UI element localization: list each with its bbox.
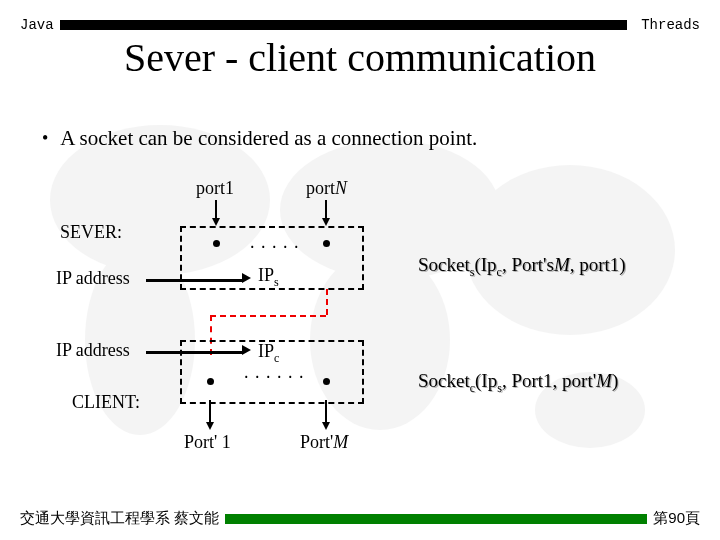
label-ips: IPs [258, 265, 279, 290]
bullet-line: •A socket can be considered as a connect… [42, 126, 477, 151]
red-dash-vert-top [326, 289, 328, 315]
label-ip-address-top: IP address [56, 268, 130, 289]
header-left: Java [20, 17, 54, 33]
label-sever: SEVER: [60, 222, 122, 243]
server-dots: . . . . . [250, 232, 300, 253]
label-portN: portN [306, 178, 347, 199]
label-socket-s: Sockets(Ipc, Port'sM, port1) [418, 254, 626, 280]
svg-point-4 [465, 165, 675, 335]
label-socket-c: Socketc(Ips, Port1, port'M) [418, 370, 618, 396]
slide-title: Sever - client communication [0, 34, 720, 81]
label-portp1: Port' 1 [184, 432, 231, 453]
red-dash-horiz [210, 315, 326, 317]
footer-divider [225, 514, 647, 524]
footer-left: 交通大學資訊工程學系 蔡文能 [20, 509, 219, 528]
bullet-dot: • [42, 128, 48, 148]
footer-right: 第90頁 [653, 509, 700, 528]
header-divider [60, 20, 628, 30]
label-client: CLIENT: [72, 392, 140, 413]
server-node-right [323, 240, 330, 247]
label-port1: port1 [196, 178, 234, 199]
footer: 交通大學資訊工程學系 蔡文能 第90頁 [20, 509, 700, 528]
client-dots: . . . . . . [244, 362, 305, 383]
header-right: Threads [641, 17, 700, 33]
header: Java Threads [20, 16, 700, 34]
bullet-text: A socket can be considered as a connecti… [60, 126, 477, 150]
client-node-right [323, 378, 330, 385]
label-portpM: Port'M [300, 432, 348, 453]
server-node-left [213, 240, 220, 247]
label-ip-address-bot: IP address [56, 340, 130, 361]
client-node-left [207, 378, 214, 385]
ip-arrow-top [146, 279, 242, 282]
ip-arrowhead-top [242, 273, 251, 283]
